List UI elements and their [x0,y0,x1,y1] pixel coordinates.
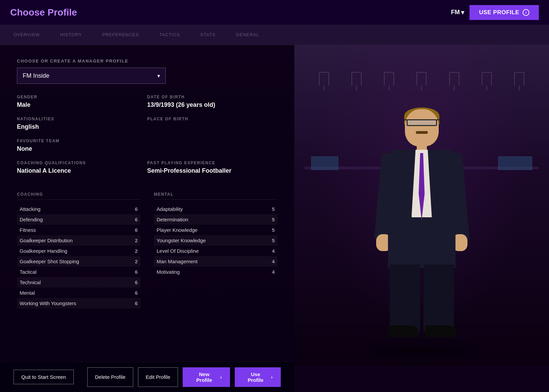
mental-stat-value-6: 4 [268,259,275,264]
past-playing-label: PAST PLAYING EXPERIENCE [147,161,277,165]
coaching-stat-name-7: Tactical [20,269,37,275]
header: Choose Profile FM ▾ USE PROFILE › [0,0,549,25]
use-profile-bottom-label: Use Profile [243,371,269,383]
coaching-stat-value-9: 6 [131,290,138,296]
top-strip: overview history preferences tactics sta… [0,25,549,45]
use-profile-bottom-arrow-icon: › [271,374,273,380]
mental-stats-column: MENTAL Adaptability 5 Determination 5 Pl… [154,192,277,309]
shelf-item-right [498,156,532,170]
past-playing-value: Semi-Professional Footballer [147,167,277,174]
coaching-stats-header: COACHING [17,192,140,200]
char-trouser-left [390,265,420,332]
char-shoe-left [388,325,418,337]
mental-stat-value-2: 5 [268,217,275,222]
mental-stat-name-7: Motivating [157,269,180,275]
coaching-stat-name-4: Goalkeeper Distribution [20,238,73,243]
coaching-stat-value-6: 2 [131,259,138,264]
strip-item-5: stats [200,32,215,37]
favourite-team-value: None [17,145,277,152]
strip-item-1: overview [14,32,40,37]
wall-hooks [294,72,549,85]
favourite-team-label: FAVOURITE TEAM [17,139,277,143]
dob-value: 13/9/1993 (26 years old) [147,101,277,108]
hook-4 [416,72,427,85]
edit-profile-button[interactable]: Edit Profile [138,367,178,387]
gender-field: GENDER Male [17,95,147,108]
mental-stats-header: MENTAL [154,192,277,200]
mental-stat-row-6: Man Management 4 [154,256,277,267]
mental-stat-name-2: Determination [157,217,188,222]
nationalities-field: NATIONALITIES English [17,117,147,130]
profile-dropdown-value: FM Inside [23,72,49,79]
hook-6 [482,72,492,85]
dob-label: DATE OF BIRTH [147,95,277,99]
strip-item-6: general [236,32,259,37]
coaching-stat-value-3: 6 [131,227,138,233]
coaching-stat-row-4: Goalkeeper Distribution 2 [17,235,140,246]
strip-item-2: history [60,32,82,37]
use-profile-arrow-icon: › [523,9,529,16]
coaching-stat-row-5: Goalkeeper Handling 2 [17,246,140,256]
use-profile-button[interactable]: USE PROFILE › [470,5,539,20]
fm-logo-button[interactable]: FM ▾ [451,9,464,16]
mental-stat-row-7: Motivating 4 [154,267,277,277]
coaching-stat-row-9: Mental 6 [17,288,140,298]
coaching-stat-name-6: Goalkeeper Shot Stopping [20,259,79,264]
profile-details-grid: GENDER Male DATE OF BIRTH 13/9/1993 (26 … [17,95,277,182]
place-of-birth-field: PLACE OF BIRTH [147,117,277,130]
char-mustache [416,131,428,134]
coaching-stat-row-6: Goalkeeper Shot Stopping 2 [17,256,140,267]
hook-2 [351,72,362,85]
gender-value: Male [17,101,147,108]
coaching-stat-name-1: Attacking [20,206,41,212]
char-shoe-right [425,325,456,337]
coaching-stat-name-8: Technical [20,279,41,285]
new-profile-label: New Profile [191,371,218,383]
mental-stat-name-6: Man Management [157,259,198,264]
coaching-stat-row-7: Tactical 6 [17,267,140,277]
stats-section: COACHING Attacking 6 Defending 6 Fitness… [17,192,277,309]
coaching-stat-name-10: Working With Youngsters [20,300,76,306]
coaching-qual-field: COACHING QUALIFICATIONS National A Licen… [17,161,147,174]
profile-dropdown[interactable]: FM Inside ▾ [17,68,166,84]
strip-item-4: tactics [159,32,180,37]
mental-stat-row-5: Level Of Discipline 4 [154,246,277,256]
fm-logo-text: FM [451,9,460,16]
hook-1 [319,72,329,85]
nationalities-label: NATIONALITIES [17,117,147,121]
char-glasses [407,119,437,126]
coaching-stat-row-1: Attacking 6 [17,204,140,214]
mental-stat-name-5: Level Of Discipline [157,248,199,254]
strip-item-3: preferences [102,32,139,37]
hook-7 [514,72,524,85]
coaching-stat-value-10: 6 [131,300,138,306]
coaching-stat-row-3: Fitness 6 [17,225,140,235]
shelf-item-left [311,156,338,170]
mental-stat-row-4: Youngster Knowledge 5 [154,235,277,246]
manager-character [374,109,469,339]
delete-profile-button[interactable]: Delete Profile [87,367,133,387]
place-of-birth-label: PLACE OF BIRTH [147,117,277,121]
section-label: CHOOSE OR CREATE A MANAGER PROFILE [17,58,277,64]
mental-stat-name-3: Player Knowledge [157,227,198,233]
use-profile-bottom-button[interactable]: Use Profile › [235,367,281,387]
new-profile-button[interactable]: New Profile › [183,367,230,387]
coaching-stat-name-9: Mental [20,290,35,296]
bottom-bar: Quit to Start Screen Delete Profile Edit… [0,362,294,392]
coaching-qual-label: COACHING QUALIFICATIONS [17,161,147,165]
header-right: FM ▾ USE PROFILE › [451,5,539,20]
quit-to-start-button[interactable]: Quit to Start Screen [14,370,74,384]
coaching-stat-value-2: 6 [131,217,138,222]
mental-stat-value-3: 5 [268,227,275,233]
character-panel [294,45,549,366]
coaching-stat-name-2: Defending [20,217,43,222]
char-shadow [371,346,473,356]
coaching-stat-row-2: Defending 6 [17,214,140,225]
coaching-stat-value-8: 6 [131,279,138,285]
coaching-stat-value-4: 2 [131,238,138,243]
use-profile-label: USE PROFILE [479,9,519,16]
char-trouser-right [424,265,454,332]
gender-label: GENDER [17,95,147,99]
coaching-stat-name-5: Goalkeeper Handling [20,248,67,254]
hook-5 [449,72,459,85]
